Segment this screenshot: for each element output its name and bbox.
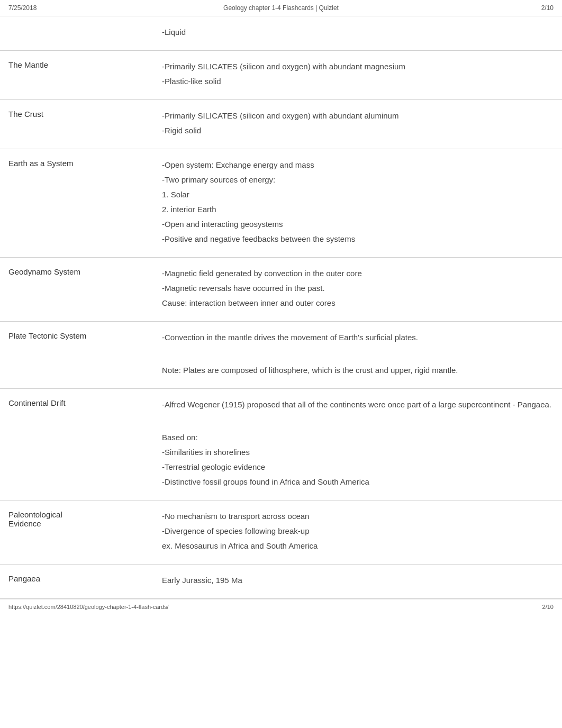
definition-cell: -Primarily SILICATES (silicon and oxygen… (153, 100, 562, 149)
definition-cell: -Primarily SILICATES (silicon and oxygen… (153, 51, 562, 100)
definition-line: 2. interior Earth (162, 203, 554, 216)
definition-cell: -Convection in the mantle drives the mov… (153, 322, 562, 389)
header-page: 2/10 (511, 4, 554, 12)
definition-line: Early Jurassic, 195 Ma (162, 574, 554, 587)
definition-line: -Positive and negative feedbacks between… (162, 233, 554, 245)
definition-cell: -Liquid (153, 16, 562, 51)
definition-line: -Rigid solid (162, 124, 554, 137)
term-cell: Pangaea (0, 565, 153, 599)
definition-line: -Open system: Exchange energy and mass (162, 159, 554, 171)
definition-line: -Liquid (162, 26, 554, 39)
definition-line: -No mechanism to transport across ocean (162, 510, 554, 523)
term-cell: Geodynamo System (0, 258, 153, 322)
definition-cell: -No mechanism to transport across ocean-… (153, 501, 562, 565)
definition-line: -Similarities in shorelines (162, 446, 554, 459)
definition-line: -Open and interacting geosystems (162, 218, 554, 231)
definition-line (162, 413, 554, 426)
definition-cell: Early Jurassic, 195 Ma (153, 565, 562, 599)
table-row: Continental Drift-Alfred Wegener (1915) … (0, 389, 562, 501)
definition-line: Cause: interaction between inner and out… (162, 297, 554, 310)
definition-line: Note: Plates are composed of lithosphere… (162, 364, 554, 377)
header-title: Geology chapter 1-4 Flashcards | Quizlet (51, 4, 511, 12)
definition-line: -Distinctive fossil groups found in Afri… (162, 476, 554, 488)
table-row: The Crust-Primarily SILICATES (silicon a… (0, 100, 562, 149)
flashcard-table: -LiquidThe Mantle-Primarily SILICATES (s… (0, 16, 562, 599)
table-row: Earth as a System-Open system: Exchange … (0, 149, 562, 258)
term-cell: Plate Tectonic System (0, 322, 153, 389)
table-row: Plate Tectonic System-Convection in the … (0, 322, 562, 389)
definition-line: Based on: (162, 431, 554, 444)
header-date: 7/25/2018 (8, 4, 51, 12)
definition-line: -Convection in the mantle drives the mov… (162, 331, 554, 344)
definition-cell: -Alfred Wegener (1915) proposed that all… (153, 389, 562, 501)
table-row: Geodynamo System-Magnetic field generate… (0, 258, 562, 322)
definition-cell: -Open system: Exchange energy and mass-T… (153, 149, 562, 258)
term-cell: Earth as a System (0, 149, 153, 258)
footer-page: 2/10 (542, 604, 554, 610)
table-row: PaleontologicalEvidence-No mechanism to … (0, 501, 562, 565)
definition-line: -Magnetic field generated by convection … (162, 267, 554, 280)
definition-line: -Primarily SILICATES (silicon and oxygen… (162, 110, 554, 122)
term-cell: PaleontologicalEvidence (0, 501, 153, 565)
definition-line: -Divergence of species following break-u… (162, 525, 554, 538)
table-row: The Mantle-Primarily SILICATES (silicon … (0, 51, 562, 100)
definition-line: ex. Mesosaurus in Africa and South Ameri… (162, 540, 554, 552)
definition-line: -Plastic-like solid (162, 75, 554, 88)
term-cell (0, 16, 153, 51)
definition-line: -Two primary sources of energy: (162, 174, 554, 186)
table-row: PangaeaEarly Jurassic, 195 Ma (0, 565, 562, 599)
definition-line: -Terrestrial geologic evidence (162, 461, 554, 474)
footer-url: https://quizlet.com/28410820/geology-cha… (8, 604, 169, 610)
term-cell: Continental Drift (0, 389, 153, 501)
definition-line (162, 346, 554, 359)
definition-line: 1. Solar (162, 188, 554, 201)
definition-line: -Primarily SILICATES (silicon and oxygen… (162, 60, 554, 73)
definition-cell: -Magnetic field generated by convection … (153, 258, 562, 322)
definition-line: -Magnetic reversals have occurred in the… (162, 282, 554, 295)
table-row: -Liquid (0, 16, 562, 51)
definition-line: -Alfred Wegener (1915) proposed that all… (162, 398, 554, 411)
term-cell: The Mantle (0, 51, 153, 100)
term-cell: The Crust (0, 100, 153, 149)
